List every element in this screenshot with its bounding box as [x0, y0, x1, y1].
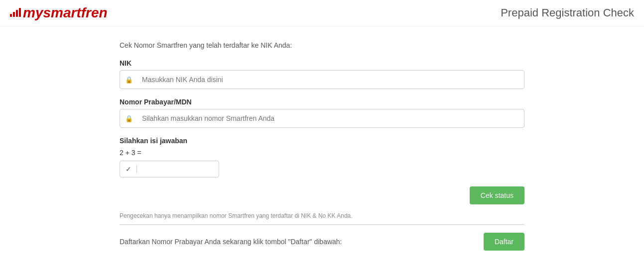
daftar-text: Daftarkan Nomor Prabayar Anda sekarang k… [120, 238, 342, 246]
nik-input-wrapper [120, 70, 524, 89]
cek-status-button[interactable]: Cek status [470, 186, 524, 204]
daftar-button[interactable]: Daftar [484, 233, 524, 251]
nik-field-group: NIK [120, 59, 524, 89]
signal-icon [10, 8, 21, 17]
signal-bar-3 [16, 10, 18, 17]
nik-label: NIK [120, 59, 524, 67]
captcha-label: Silahkan isi jawaban [120, 137, 524, 145]
nomor-input[interactable] [138, 109, 524, 127]
logo: mysmartfren [10, 5, 108, 21]
nik-lock-icon [120, 76, 138, 84]
signal-bar-4 [19, 8, 21, 17]
signal-bar-1 [10, 14, 12, 17]
section-divider [120, 224, 524, 225]
main-content: Cek Nomor Smartfren yang telah terdaftar… [0, 26, 644, 266]
info-note: Pengecekan hanya menampilkan nomor Smart… [120, 212, 524, 219]
daftar-row: Daftarkan Nomor Prabayar Anda sekarang k… [120, 233, 524, 251]
form-description: Cek Nomor Smartfren yang telah terdaftar… [120, 41, 524, 49]
nik-input[interactable] [138, 71, 524, 89]
header: mysmartfren Prepaid Registration Check [0, 0, 644, 26]
nomor-label: Nomor Prabayar/MDN [120, 98, 524, 106]
nomor-lock-icon [120, 115, 138, 122]
nomor-input-wrapper [120, 109, 524, 128]
captcha-equation: 2 + 3 = [120, 149, 524, 157]
signal-bar-2 [13, 12, 15, 17]
nomor-field-group: Nomor Prabayar/MDN [120, 98, 524, 128]
captcha-check-icon: ✓ [120, 165, 137, 173]
captcha-section: Silahkan isi jawaban 2 + 3 = ✓ [120, 137, 524, 178]
captcha-input[interactable] [137, 161, 232, 177]
logo-text: mysmartfren [23, 5, 108, 21]
captcha-input-wrapper: ✓ [120, 161, 219, 178]
page-title: Prepaid Registration Check [501, 6, 634, 19]
